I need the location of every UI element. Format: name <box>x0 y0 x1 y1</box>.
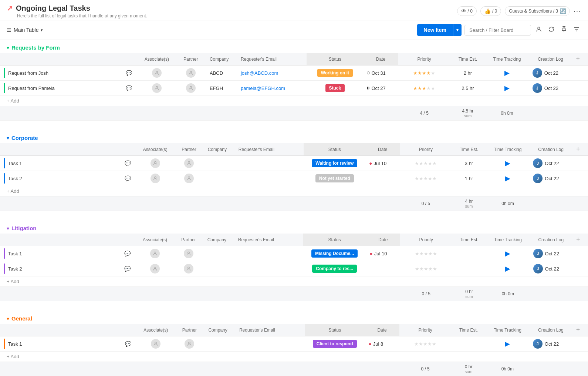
row-priority-cell[interactable]: ★★★★★ <box>400 261 452 276</box>
partner-avatar[interactable] <box>184 249 193 258</box>
add-row-cell[interactable]: + Add <box>0 276 588 287</box>
partner-avatar[interactable] <box>184 264 193 273</box>
group-title-general[interactable]: General <box>11 315 32 322</box>
row-date-cell[interactable]: Oct 27 <box>363 81 398 96</box>
row-status-cell[interactable]: Not yet started <box>304 171 365 186</box>
row-date-cell[interactable]: ● Jul 8 <box>365 336 399 352</box>
row-date-cell[interactable] <box>365 171 400 186</box>
summary-timeest-label: sum <box>454 114 481 118</box>
row-priority-cell[interactable]: ★★★★★ <box>399 336 451 352</box>
play-button[interactable]: ▶ <box>505 340 510 348</box>
group-general: ▾ General Associate(s) Partner Company R… <box>0 311 588 376</box>
row-timetrack-cell[interactable]: ▶ <box>486 336 529 352</box>
row-status-cell[interactable]: Missing Docume... <box>303 246 366 261</box>
app-header: ↗ Ongoing Legal Tasks Here's the full li… <box>0 0 588 20</box>
chat-icon[interactable]: 💬 <box>124 266 131 272</box>
add-row[interactable]: + Add <box>0 96 588 106</box>
add-column-button[interactable]: + <box>576 326 580 334</box>
row-status-cell[interactable]: Stuck <box>307 81 363 96</box>
partner-avatar[interactable] <box>186 68 196 78</box>
group-title-litigation[interactable]: Litigation <box>11 225 37 231</box>
add-column-button[interactable]: + <box>576 236 580 244</box>
add-row[interactable]: + Add <box>0 352 588 362</box>
partner-avatar[interactable] <box>186 83 196 93</box>
associates-avatar[interactable] <box>151 339 160 349</box>
row-date-cell[interactable] <box>366 261 400 276</box>
col-header-chat <box>121 324 137 336</box>
row-timetrack-cell[interactable]: ▶ <box>485 81 529 96</box>
row-date-cell[interactable]: ● Jul 10 <box>365 156 400 171</box>
row-priority-cell[interactable]: ★★★★★ <box>400 246 452 261</box>
new-item-button[interactable]: New Item <box>417 24 453 36</box>
group-collapse-icon[interactable]: ▾ <box>7 135 9 141</box>
more-options-button[interactable]: ··· <box>574 7 581 15</box>
user-icon-button[interactable] <box>534 24 544 36</box>
row-priority-cell[interactable]: ★★★★★ <box>398 81 450 96</box>
play-button[interactable]: ▶ <box>505 265 510 272</box>
associates-avatar[interactable] <box>151 158 160 168</box>
chat-icon[interactable]: 💬 <box>125 175 131 181</box>
associates-avatar[interactable] <box>152 68 162 78</box>
row-date-cell[interactable]: Oct 31 <box>363 66 398 81</box>
row-timetrack-cell[interactable]: ▶ <box>486 261 529 276</box>
main-table-button[interactable]: ☰ Main Table ▾ <box>7 27 43 33</box>
partner-avatar[interactable] <box>184 174 194 183</box>
search-input[interactable] <box>464 25 531 36</box>
row-timetrack-cell[interactable]: ▶ <box>485 66 529 81</box>
add-row-cell[interactable]: + Add <box>0 96 588 106</box>
chat-icon[interactable]: 💬 <box>126 85 132 91</box>
chat-icon[interactable]: 💬 <box>124 251 131 256</box>
associates-avatar[interactable] <box>150 264 160 273</box>
add-column-button[interactable]: + <box>576 55 580 63</box>
play-button[interactable]: ▶ <box>505 175 510 182</box>
chat-icon[interactable]: 💬 <box>125 160 131 166</box>
partner-avatar[interactable] <box>184 158 194 168</box>
group-title-requests[interactable]: Requests by Form <box>11 44 60 51</box>
partner-avatar[interactable] <box>185 339 194 349</box>
group-collapse-icon[interactable]: ▾ <box>7 225 9 231</box>
row-timetrack-cell[interactable]: ▶ <box>486 246 529 261</box>
refresh-icon-button[interactable] <box>547 24 556 36</box>
group-collapse-icon[interactable]: ▾ <box>7 316 9 322</box>
group-corporate: ▾ Corporate Associate(s) Partner Company… <box>0 130 588 218</box>
row-priority-cell[interactable]: ★★★★★ <box>400 171 452 186</box>
add-row[interactable]: + Add <box>0 186 588 197</box>
eye-count-pill[interactable]: 👁 / 0 <box>457 6 477 16</box>
row-status-cell[interactable]: Working on it <box>307 66 363 81</box>
play-button[interactable]: ▶ <box>504 84 510 92</box>
row-associates-cell <box>138 81 175 96</box>
col-header-timeest: Time Est. <box>452 234 486 246</box>
row-status-cell[interactable]: Client to respond <box>305 336 365 352</box>
add-row[interactable]: + Add <box>0 276 588 287</box>
email-link[interactable]: pamela@EFGH.com <box>241 85 285 91</box>
row-timetrack-cell[interactable]: ▶ <box>486 171 530 186</box>
row-date-cell[interactable]: ● Jul 10 <box>366 246 400 261</box>
pin-icon-button[interactable] <box>559 24 569 36</box>
add-row-cell[interactable]: + Add <box>0 186 588 197</box>
like-count-pill[interactable]: 👍 / 0 <box>480 6 501 16</box>
play-button[interactable]: ▶ <box>505 160 510 167</box>
guests-pill[interactable]: Guests & Subscribers / 3 🔄 <box>505 6 570 16</box>
add-row-cell[interactable]: + Add <box>0 352 588 362</box>
group-title-corporate[interactable]: Corporate <box>11 135 38 141</box>
play-button[interactable]: ▶ <box>505 250 510 257</box>
new-item-dropdown-button[interactable]: ▾ <box>453 24 462 36</box>
row-priority-cell[interactable]: ★★★★★ <box>398 66 450 81</box>
email-link[interactable]: josh@ABCD.com <box>241 70 278 76</box>
summary-timeest: 4.5 hr sum <box>450 106 485 121</box>
play-button[interactable]: ▶ <box>504 69 510 77</box>
row-name-cell: Task 1 <box>0 246 121 261</box>
row-timetrack-cell[interactable]: ▶ <box>486 156 530 171</box>
row-priority-cell[interactable]: ★★★★★ <box>400 156 452 171</box>
chat-icon[interactable]: 💬 <box>126 70 132 76</box>
associates-avatar[interactable] <box>151 174 160 183</box>
group-collapse-icon[interactable]: ▾ <box>7 45 9 51</box>
filter-icon-button[interactable] <box>572 24 581 36</box>
add-column-button[interactable]: + <box>576 145 580 153</box>
associates-avatar[interactable] <box>152 83 162 93</box>
associates-avatar[interactable] <box>150 249 160 258</box>
chat-icon[interactable]: 💬 <box>125 341 131 347</box>
row-status-cell[interactable]: Company to res... <box>303 261 366 276</box>
eye-count: / 0 <box>468 9 473 14</box>
row-status-cell[interactable]: Waiting for review <box>304 156 365 171</box>
